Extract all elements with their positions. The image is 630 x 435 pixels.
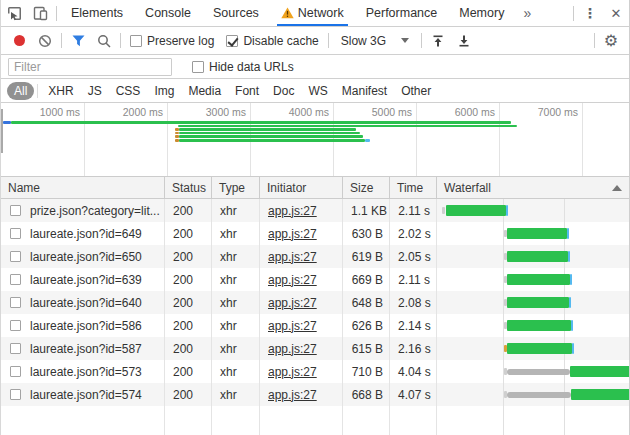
waterfall-cell bbox=[437, 383, 629, 406]
column-header-time[interactable]: Time bbox=[390, 177, 437, 198]
gear-icon: ⚙ bbox=[604, 33, 618, 49]
column-header-size[interactable]: Size bbox=[343, 177, 390, 198]
tab-network[interactable]: Network bbox=[270, 0, 355, 26]
more-tabs-button[interactable]: » bbox=[515, 5, 539, 21]
disable-cache-checkbox[interactable]: Disable cache bbox=[220, 34, 324, 48]
table-row[interactable]: laureate.json?id=586200xhrapp.js:27626 B… bbox=[1, 314, 629, 337]
row-checkbox[interactable] bbox=[10, 274, 21, 285]
name-cell: laureate.json?id=573 bbox=[1, 365, 165, 379]
initiator-link[interactable]: app.js:27 bbox=[268, 273, 317, 287]
filter-pill-all[interactable]: All bbox=[7, 82, 34, 100]
column-header-status[interactable]: Status bbox=[165, 177, 212, 198]
preserve-log-checkbox[interactable]: Preserve log bbox=[124, 34, 220, 48]
close-icon: ✕ bbox=[611, 6, 622, 21]
table-row[interactable]: laureate.json?id=573200xhrapp.js:27710 B… bbox=[1, 360, 629, 383]
row-checkbox[interactable] bbox=[10, 343, 21, 354]
tab-performance[interactable]: Performance bbox=[355, 0, 449, 26]
table-row[interactable]: laureate.json?id=639200xhrapp.js:27669 B… bbox=[1, 268, 629, 291]
waterfall-segment-w bbox=[507, 369, 570, 375]
waterfall-segment-dl bbox=[571, 389, 629, 400]
hide-data-urls-checkbox[interactable]: Hide data URLs bbox=[186, 60, 300, 74]
table-body: prize.json?category=lit...200xhrapp.js:2… bbox=[1, 199, 629, 406]
initiator-cell: app.js:27 bbox=[260, 250, 343, 264]
filter-pill-img[interactable]: Img bbox=[147, 82, 181, 100]
filter-pill-js[interactable]: JS bbox=[81, 82, 109, 100]
filter-pill-font[interactable]: Font bbox=[228, 82, 266, 100]
column-header-waterfall[interactable]: Waterfall bbox=[437, 177, 629, 198]
devtools-menu-button[interactable]: ⋮ bbox=[577, 1, 603, 25]
size-cell: 668 B bbox=[343, 388, 390, 402]
hide-data-urls-label: Hide data URLs bbox=[209, 60, 294, 74]
table-row[interactable]: laureate.json?id=574200xhrapp.js:27668 B… bbox=[1, 383, 629, 406]
row-checkbox[interactable] bbox=[10, 297, 21, 308]
table-row[interactable]: laureate.json?id=650200xhrapp.js:27619 B… bbox=[1, 245, 629, 268]
export-har-button[interactable] bbox=[451, 29, 477, 53]
column-header-label: Status bbox=[172, 181, 206, 195]
row-checkbox[interactable] bbox=[10, 389, 21, 400]
filter-toggle-button[interactable] bbox=[65, 29, 91, 53]
row-checkbox[interactable] bbox=[10, 228, 21, 239]
initiator-link[interactable]: app.js:27 bbox=[268, 250, 317, 264]
network-overview[interactable]: 1000 ms2000 ms3000 ms4000 ms5000 ms6000 … bbox=[1, 103, 629, 177]
row-checkbox[interactable] bbox=[10, 205, 21, 216]
waterfall-cell bbox=[437, 314, 629, 337]
filter-input[interactable] bbox=[8, 58, 172, 76]
name-cell: prize.json?category=lit... bbox=[1, 204, 165, 218]
import-har-button[interactable] bbox=[425, 29, 451, 53]
waterfall-segment-tip bbox=[570, 274, 572, 285]
initiator-link[interactable]: app.js:27 bbox=[268, 388, 317, 402]
row-checkbox[interactable] bbox=[10, 366, 21, 377]
time-cell: 2.08 s bbox=[390, 296, 437, 310]
column-header-type[interactable]: Type bbox=[212, 177, 260, 198]
throttling-select[interactable]: Slow 3G bbox=[332, 34, 418, 48]
name-cell: laureate.json?id=586 bbox=[1, 319, 165, 333]
filter-pill-xhr[interactable]: XHR bbox=[41, 82, 80, 100]
filter-pill-media[interactable]: Media bbox=[181, 82, 228, 100]
device-toolbar-button[interactable] bbox=[27, 1, 53, 25]
size-cell: 710 B bbox=[343, 365, 390, 379]
initiator-link[interactable]: app.js:27 bbox=[268, 204, 317, 218]
tab-strip: ElementsConsoleSourcesNetworkPerformance… bbox=[60, 0, 515, 26]
tab-sources[interactable]: Sources bbox=[202, 0, 270, 26]
close-devtools-button[interactable]: ✕ bbox=[603, 1, 629, 25]
initiator-link[interactable]: app.js:27 bbox=[268, 319, 317, 333]
clear-network-log-button[interactable] bbox=[32, 29, 58, 53]
filter-pill-other[interactable]: Other bbox=[394, 82, 438, 100]
waterfall-segment-q bbox=[442, 207, 445, 214]
table-row[interactable]: laureate.json?id=649200xhrapp.js:27630 B… bbox=[1, 222, 629, 245]
inspect-element-button[interactable] bbox=[1, 1, 27, 25]
waterfall-segment-dl bbox=[507, 228, 567, 239]
ruler-label: 3000 ms bbox=[206, 106, 250, 118]
network-settings-button[interactable]: ⚙ bbox=[598, 29, 624, 53]
table-row[interactable]: prize.json?category=lit...200xhrapp.js:2… bbox=[1, 199, 629, 222]
tab-elements[interactable]: Elements bbox=[60, 0, 134, 26]
initiator-link[interactable]: app.js:27 bbox=[268, 342, 317, 356]
status-cell: 200 bbox=[165, 319, 212, 333]
waterfall-segment-dl bbox=[570, 366, 629, 377]
column-header-name[interactable]: Name bbox=[1, 177, 165, 198]
filter-pill-doc[interactable]: Doc bbox=[266, 82, 301, 100]
table-header: NameStatusTypeInitiatorSizeTimeWaterfall bbox=[1, 177, 629, 199]
filter-pill-manifest[interactable]: Manifest bbox=[335, 82, 394, 100]
initiator-link[interactable]: app.js:27 bbox=[268, 296, 317, 310]
request-name: laureate.json?id=640 bbox=[30, 296, 142, 310]
filter-pill-ws[interactable]: WS bbox=[301, 82, 334, 100]
clear-icon bbox=[38, 34, 52, 48]
checkbox-icon bbox=[226, 35, 238, 47]
search-button[interactable] bbox=[91, 29, 117, 53]
tab-console[interactable]: Console bbox=[134, 0, 202, 26]
overview-drag-handle[interactable] bbox=[1, 109, 3, 153]
record-network-log-button[interactable] bbox=[6, 29, 32, 53]
column-header-initiator[interactable]: Initiator bbox=[260, 177, 343, 198]
row-checkbox[interactable] bbox=[10, 320, 21, 331]
table-row[interactable]: laureate.json?id=640200xhrapp.js:27648 B… bbox=[1, 291, 629, 314]
initiator-link[interactable]: app.js:27 bbox=[268, 227, 317, 241]
import-har-icon bbox=[431, 34, 445, 48]
tab-memory[interactable]: Memory bbox=[448, 0, 515, 26]
name-cell: laureate.json?id=574 bbox=[1, 388, 165, 402]
table-row[interactable]: laureate.json?id=587200xhrapp.js:27615 B… bbox=[1, 337, 629, 360]
initiator-link[interactable]: app.js:27 bbox=[268, 365, 317, 379]
filter-pill-css[interactable]: CSS bbox=[109, 82, 148, 100]
row-checkbox[interactable] bbox=[10, 251, 21, 262]
size-cell: 619 B bbox=[343, 250, 390, 264]
